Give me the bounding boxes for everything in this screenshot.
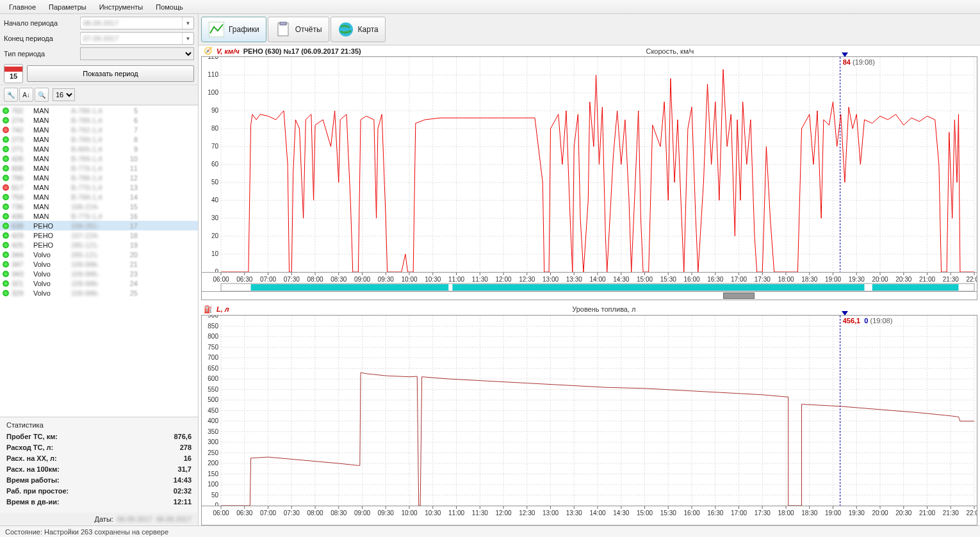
svg-text:11:00: 11:00 [448,276,464,283]
menu-main[interactable]: Главное [3,1,42,13]
svg-text:06:00: 06:00 [213,509,229,517]
vehicle-row[interactable]: 273 MAN В-789-1,4 8 [0,134,198,144]
svg-point-3 [339,22,353,36]
status-dot [3,117,9,124]
svg-text:0: 0 [215,268,218,272]
vehicle-row[interactable]: 429 РЕНО 107-224- 18 [0,230,198,240]
svg-text:20:30: 20:30 [895,276,911,283]
status-dot [3,213,9,220]
tab-map[interactable]: Карта [331,17,386,42]
speed-plot[interactable]: 010203040506070809010011012084 (19:08) [201,56,977,273]
stats-header: Статистика [6,421,192,429]
scroll-handle-bar[interactable] [201,291,977,300]
svg-text:16:00: 16:00 [683,509,699,517]
svg-text:14:30: 14:30 [613,509,629,517]
menu-help[interactable]: Помощь [149,1,190,13]
svg-text:200: 200 [208,460,218,467]
svg-text:0: 0 [215,502,218,506]
vehicle-row[interactable]: 321 Volvo 109-986- 24 [0,278,198,288]
dropdown-icon[interactable]: ▼ [182,33,193,44]
tab-reports[interactable]: Отчёты [268,17,329,42]
svg-text:600: 600 [208,375,218,382]
svg-text:450: 450 [208,406,218,413]
vehicle-row[interactable]: 329 Volvo 109-986- 25 [0,288,198,298]
svg-text:18:30: 18:30 [801,276,817,283]
tool-zoom-icon[interactable]: 🔍 [35,88,49,102]
vehicle-row[interactable]: 271 MAN В-805-1,4 9 [0,144,198,154]
period-end-input[interactable]: ▼ [80,32,194,45]
svg-text:17:00: 17:00 [731,276,747,283]
svg-text:13:30: 13:30 [566,509,582,517]
vehicle-row[interactable]: 608 MAN В-770-1,4 11 [0,163,198,173]
svg-text:150: 150 [208,470,218,477]
vehicle-row[interactable]: 344 Volvo 285-121- 20 [0,250,198,259]
menu-params[interactable]: Параметры [42,1,93,13]
svg-text:120: 120 [208,57,218,60]
vehicle-row[interactable]: 425 РЕНО 285-121- 19 [0,240,198,250]
svg-text:19:30: 19:30 [849,509,865,517]
tab-charts[interactable]: Графики [201,17,266,42]
svg-text:14:00: 14:00 [589,276,605,283]
svg-text:70: 70 [211,143,219,150]
vehicle-row[interactable]: 343 Volvo 109-986- 23 [0,269,198,278]
vehicle-row[interactable]: 742 MAN В-792-1,4 7 [0,125,198,134]
svg-text:08:30: 08:30 [331,276,347,283]
report-icon [275,21,291,38]
stats-row: Время работы:14:43 [6,476,192,484]
vehicle-row[interactable]: 274 MAN В-789-1,4 6 [0,115,198,125]
svg-text:50: 50 [211,491,219,498]
svg-text:15:30: 15:30 [660,509,676,517]
svg-text:21:30: 21:30 [943,509,959,517]
svg-text:22:00: 22:00 [966,276,977,283]
svg-text:110: 110 [208,71,218,78]
vehicle-list[interactable]: 702 MAN А-788-1,4 5 274 MAN В-789-1,4 6 … [0,105,198,417]
status-dot [3,271,9,277]
font-size-select[interactable]: 16 [53,88,75,101]
svg-text:13:30: 13:30 [566,276,582,283]
svg-text:12:30: 12:30 [519,509,535,517]
status-dot [3,127,9,133]
svg-text:09:30: 09:30 [378,276,394,283]
show-period-button[interactable]: Показать период [27,65,194,82]
period-start-input[interactable]: ▼ [80,17,194,29]
vehicle-row[interactable]: 817 MAN В-770-1,4 13 [0,182,198,192]
svg-text:09:00: 09:00 [354,276,370,283]
svg-text:17:00: 17:00 [731,509,747,517]
svg-text:18:00: 18:00 [778,276,794,283]
vehicle-row[interactable]: 736 MAN 108-224- 15 [0,202,198,211]
vehicle-row[interactable]: 347 Volvo 109-986- 21 [0,259,198,269]
svg-text:300: 300 [208,438,218,445]
vehicle-row[interactable]: 426 MAN В-789-1,4 10 [0,154,198,163]
speed-title: Скорость, км/ч [365,47,975,55]
menu-tools[interactable]: Инструменты [93,1,150,13]
fuel-plot[interactable]: 0501001502002503003504004505005506006507… [201,315,977,506]
svg-text:06:30: 06:30 [236,276,252,283]
svg-text:14:00: 14:00 [589,509,605,517]
scroll-handle[interactable] [723,293,755,299]
status-dot [3,194,9,200]
svg-text:18:00: 18:00 [778,509,794,517]
dropdown-icon[interactable]: ▼ [182,17,193,29]
vehicle-row[interactable]: 702 MAN А-788-1,4 5 [0,106,198,115]
stats-row: Расх. на 100км:31,7 [6,465,192,473]
stats-row: Пробег ТС, км:876,6 [6,433,192,440]
svg-text:90: 90 [211,107,219,114]
speed-xaxis: 06:0006:3007:0007:3008:0008:3009:0009:30… [201,273,977,292]
svg-text:07:00: 07:00 [260,509,276,517]
stats-dates: Даты: 06.09.2017 06.09.2017 [0,513,198,525]
svg-text:10:30: 10:30 [425,276,441,283]
status-dot [3,223,9,229]
svg-text:19:00: 19:00 [825,509,841,517]
svg-text:30: 30 [211,214,219,221]
status-dot [3,175,9,181]
period-type-select[interactable] [80,47,194,60]
svg-text:100: 100 [208,89,218,96]
vehicle-row[interactable]: 638 РЕНО 108-261- 17 [0,221,198,230]
tool-wrench-icon[interactable]: 🔧 [4,88,18,102]
tool-sort-icon[interactable]: A↓ [19,88,33,102]
vehicle-row[interactable]: 436 MAN В-770-1,4 16 [0,211,198,221]
calendar-icon: 15 [4,64,23,83]
vehicle-row[interactable]: 786 MAN В-788-1,4 12 [0,173,198,182]
vehicle-row[interactable]: 759 MAN В-788-1,4 14 [0,192,198,202]
fuel-xaxis: 06:0006:3007:0007:3008:0008:3009:0009:30… [201,506,977,525]
